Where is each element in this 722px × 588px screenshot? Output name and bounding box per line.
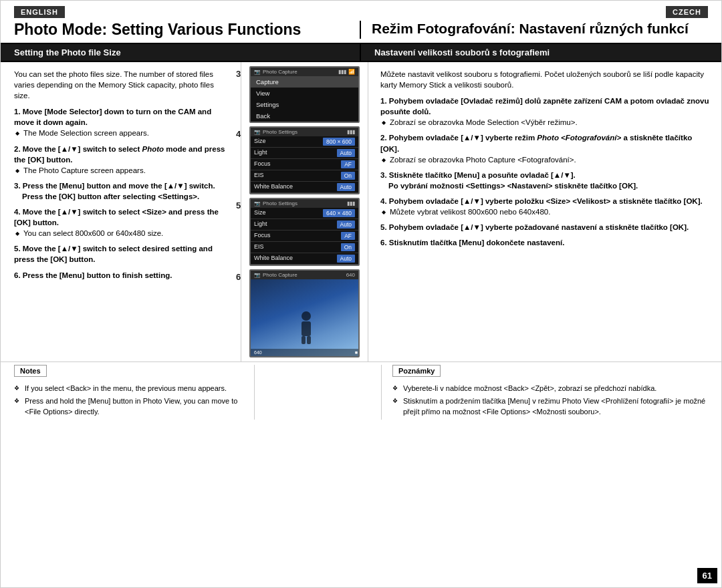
battery-icon-5: ▮▮▮ [347,200,355,206]
value-wb-5: Auto [337,255,356,263]
value-size-5: 640 × 480 [323,209,355,217]
note-en-2: Press and hold the [Menu] button in Phot… [14,396,243,417]
subhead-row: Setting the Photo file Size Nastavení ve… [1,44,721,62]
screen-6-counter: 640 [346,272,355,278]
step-cz-2-text: 2. Pohybem ovladače [▲/▼] vyberte režim … [380,134,692,152]
left-text-column: You can set the photo files size. The nu… [1,62,241,361]
main-title-cz: Režim Fotografování: Nastavení různých f… [361,21,708,39]
note-en-1: If you select <Back> in the menu, the pr… [14,384,243,394]
screen-4-num: 4 [236,129,241,139]
photo-overlay: 640 ■ [251,349,360,356]
photo-info-right: ■ [355,350,358,355]
label-light-5: Light [254,220,267,229]
settings-row-wb-4: White Balance Auto [251,182,358,193]
step-en-5: 5. Move the [▲/▼] switch to select desir… [14,243,229,265]
label-size-5: Size [254,209,266,217]
header-area: ENGLISH CZECH [1,1,721,18]
step-cz-4-text: 4. Pohybem ovladače [▲/▼] vyberte položk… [380,197,703,205]
notes-section-cz: Vyberete-li v nabídce možnost <Back> <Zp… [392,384,709,417]
intro-text-cz: Můžete nastavit velikost souboru s fotog… [380,69,709,90]
step-cz-3-text: 3. Stiskněte tlačítko [Menu] a posuňte o… [380,171,576,179]
step-en-1: 1. Move [Mode Selector] down to turn on … [14,106,229,138]
step-cz-3-sub: Po vybrání možnosti <Settings> <Nastaven… [380,180,709,191]
notes-label-en: Notes [14,365,47,377]
notes-left: Notes If you select <Back> in the menu, … [14,365,255,420]
settings-row-size-5: Size 640 × 480 [251,208,358,219]
value-light-5: Auto [337,220,356,229]
step-cz-6-text: 6. Stisknutím tlačítka [Menu] dokončete … [380,239,564,247]
subhead-cz: Nastavení velikosti souborů s fotografie… [361,44,721,61]
screen-4-bar: 📷 Photo Settings ▮▮▮ [251,128,358,136]
menu-item-view[interactable]: View [251,88,358,99]
battery-icon-4: ▮▮▮ [347,129,355,135]
step-en-3: 3. Press the [Menu] button and move the … [14,180,229,202]
right-text-column: Můžete nastavit velikost souboru s fotog… [368,62,721,361]
screen-4: 📷 Photo Settings ▮▮▮ Size 800 × 600 [249,126,360,194]
step-cz-2-sub: Zobrazí se obrazovka Photo Capture <Foto… [380,154,709,165]
step-en-4-text: 4. Move the [▲/▼] switch to select <Size… [14,208,219,227]
screen-6-photo: 640 ■ [251,279,360,356]
screen-6-num: 6 [236,272,241,282]
screen-6-title: Photo Capture [263,272,297,278]
value-eis-4: On [341,172,355,180]
step-en-2-sub: The Photo Capture screen appears. [14,165,229,176]
svg-rect-1 [302,321,311,336]
step-en-2: 2. Move the [▲/▼] switch to select Photo… [14,144,229,176]
settings-row-focus-4: Focus AF [251,159,358,170]
step-cz-3: 3. Stiskněte tlačítko [Menu] a posuňte o… [380,170,709,191]
step-cz-1-sub: Zobrazí se obrazovka Mode Selection <Výb… [380,117,709,128]
settings-row-eis-4: EIS On [251,170,358,182]
label-wb-4: White Balance [254,183,293,191]
step-en-3-text: 3. Press the [Menu] button and move the … [14,182,215,190]
label-eis-5: EIS [254,243,264,251]
settings-row-focus-5: Focus AF [251,231,358,242]
step-cz-2: 2. Pohybem ovladače [▲/▼] vyberte režim … [380,132,709,164]
english-tab: ENGLISH [14,6,65,18]
czech-tab: CZECH [666,6,708,18]
label-focus-4: Focus [254,160,271,168]
center-screens-column: 3 📷 Photo Capture ▮▮▮ 📶 Capture [241,62,368,361]
settings-row-wb-5: White Balance Auto [251,253,358,265]
menu-item-capture[interactable]: Capture [251,76,358,88]
step-cz-5-text: 5. Pohybem ovladače [▲/▼] vyberte požado… [380,223,689,231]
screen-5-settings: Size 640 × 480 Light Auto Focus AF EIS [251,208,358,265]
svg-point-0 [302,311,311,321]
settings-row-light-4: Light Auto [251,148,358,159]
bottom-notes-area: Notes If you select <Back> in the menu, … [1,361,721,424]
titles-row: Photo Mode: Setting Various Functions Re… [1,18,721,44]
screen-5: 📷 Photo Settings ▮▮▮ Size 640 × 480 [249,198,360,266]
step-en-1-sub: The Mode Selection screen appears. [14,128,229,138]
label-eis-4: EIS [254,172,264,180]
step-en-4: 4. Move the [▲/▼] switch to select <Size… [14,206,229,239]
notes-section-en: If you select <Back> in the menu, the pr… [14,384,243,417]
battery-icon-3: ▮▮▮ [338,69,346,75]
step-cz-1: 1. Pohybem ovladače [Ovladač režimů] dol… [380,96,709,128]
step-en-2-text: 2. Move the [▲/▼] switch to select Photo… [14,145,225,164]
settings-row-light-5: Light Auto [251,219,358,231]
intro-text-en: You can set the photo files size. The nu… [14,69,229,101]
menu-item-settings[interactable]: Settings [251,99,358,110]
screen-5-title: Photo Settings [263,200,297,206]
settings-row-eis-5: EIS On [251,242,358,253]
step-cz-4: 4. Pohybem ovladače [▲/▼] vyberte položk… [380,196,709,217]
step-en-3-sub: Press the [OK] button after selecting <S… [14,191,229,202]
notes-right: Poznámky Vyberete-li v nabídce možnost <… [382,365,709,420]
signal-icon-3: 📶 [348,69,355,75]
step-en-4-sub: You can select 800x600 or 640x480 size. [14,228,229,239]
camera-icon-4: 📷 [254,129,260,135]
settings-row-size-4: Size 800 × 600 [251,136,358,148]
page: ENGLISH CZECH Photo Mode: Setting Variou… [0,0,722,588]
camera-icon-5: 📷 [254,200,260,206]
value-focus-4: AF [341,160,355,168]
main-title-en: Photo Mode: Setting Various Functions [14,21,361,39]
step-en-5-text: 5. Move the [▲/▼] switch to select desir… [14,245,213,263]
screen-6: 📷 Photo Capture 640 [249,269,360,357]
value-wb-4: Auto [337,183,356,191]
screen-4-settings: Size 800 × 600 Light Auto Focus AF EIS [251,136,358,193]
step-en-6-text: 6. Press the [Menu] button to finish set… [14,271,172,279]
step-en-6: 6. Press the [Menu] button to finish set… [14,270,229,281]
note-cz-2: Stisknutím a podržením tlačítka [Menu] v… [392,396,709,417]
step-cz-5: 5. Pohybem ovladače [▲/▼] vyberte požado… [380,222,709,233]
camera-icon-3: 📷 [254,69,260,75]
menu-item-back[interactable]: Back [251,110,358,122]
